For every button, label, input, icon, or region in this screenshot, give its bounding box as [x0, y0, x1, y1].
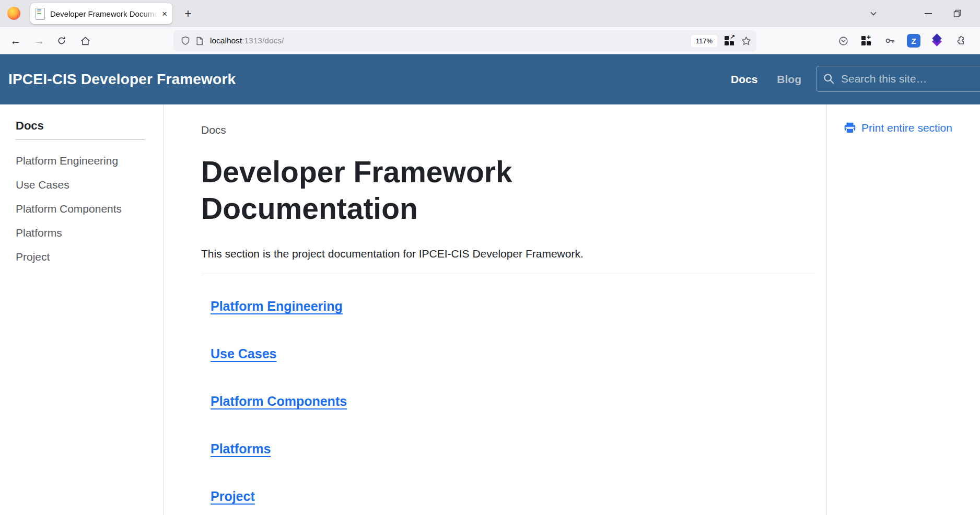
- site-search-input[interactable]: [840, 72, 980, 86]
- main-content: Docs Developer Framework Documentation T…: [201, 104, 815, 515]
- grid-arrow-icon[interactable]: ↗: [725, 36, 735, 46]
- sidebar-item-platform-engineering[interactable]: Platform Engineering: [16, 149, 163, 173]
- content-divider: [201, 274, 815, 274]
- sidebar-divider: [16, 139, 145, 140]
- restore-icon: [953, 9, 962, 18]
- firefox-logo-icon: [7, 7, 20, 20]
- breadcrumb[interactable]: Docs: [201, 124, 815, 136]
- url-text[interactable]: localhost:1313/docs/: [210, 36, 284, 45]
- puzzle-extensions-icon[interactable]: [952, 31, 970, 50]
- key-icon[interactable]: [881, 31, 899, 50]
- reload-icon: [57, 36, 66, 45]
- minimize-button[interactable]: [918, 4, 939, 23]
- back-button[interactable]: ←: [6, 31, 25, 50]
- site-title[interactable]: IPCEI-CIS Developer Framework: [8, 54, 236, 104]
- chevron-down-icon: [869, 9, 878, 18]
- zotero-extension-icon[interactable]: Z: [905, 31, 923, 50]
- nav-item-blog[interactable]: Blog: [777, 73, 801, 86]
- section-link-platform-engineering[interactable]: Platform Engineering: [211, 299, 343, 313]
- page-info-icon[interactable]: [192, 37, 206, 45]
- site-nav: Docs Blog: [731, 54, 801, 104]
- site-search-box[interactable]: [816, 66, 980, 92]
- sidebar-item-project[interactable]: Project: [16, 245, 163, 270]
- bookmark-star-icon[interactable]: [741, 36, 751, 46]
- tracking-shield-icon[interactable]: [179, 36, 192, 45]
- reload-button[interactable]: [52, 31, 71, 50]
- docs-sidebar: Docs Platform Engineering Use Cases Plat…: [0, 104, 164, 515]
- browser-tab-bar: Developer Framework Documentation × +: [0, 0, 980, 27]
- page-body: Docs Platform Engineering Use Cases Plat…: [0, 104, 980, 515]
- sidebar-heading: Docs: [16, 119, 163, 133]
- section-link-platform-components[interactable]: Platform Components: [211, 394, 347, 408]
- url-path: :1313/docs/: [242, 36, 284, 45]
- section-link-project[interactable]: Project: [211, 489, 255, 504]
- section-link-use-cases[interactable]: Use Cases: [211, 346, 276, 361]
- browser-nav-toolbar: ← →: [0, 27, 980, 55]
- pocket-icon[interactable]: [834, 31, 852, 50]
- grid-plus-icon[interactable]: +: [858, 31, 876, 50]
- browser-tab[interactable]: Developer Framework Documentation ×: [30, 3, 172, 24]
- sidebar-item-use-cases[interactable]: Use Cases: [16, 173, 163, 197]
- toc-column: Print entire section: [826, 104, 980, 515]
- zoom-level-badge[interactable]: 117%: [691, 35, 717, 47]
- print-section-link[interactable]: Print entire section: [843, 121, 980, 135]
- sidebar-nav-list: Platform Engineering Use Cases Platform …: [16, 149, 163, 270]
- forward-button[interactable]: →: [30, 31, 49, 50]
- print-section-label: Print entire section: [861, 122, 952, 134]
- purple-layers-extension-icon[interactable]: [928, 31, 946, 50]
- toolbar-extension-area: + Z: [834, 31, 970, 50]
- sidebar-item-platform-components[interactable]: Platform Components: [16, 197, 163, 221]
- sidebar-item-platforms[interactable]: Platforms: [16, 221, 163, 245]
- search-icon: [823, 73, 835, 85]
- browser-window: Developer Framework Documentation × + ← …: [0, 0, 980, 515]
- url-host: localhost: [210, 36, 242, 45]
- nav-item-docs[interactable]: Docs: [731, 73, 757, 86]
- intro-paragraph: This section is the project documentatio…: [201, 247, 815, 261]
- minimize-icon: [925, 13, 932, 14]
- page-title: Developer Framework Documentation: [201, 154, 635, 227]
- tab-title: Developer Framework Documentation: [50, 9, 160, 18]
- home-button[interactable]: [76, 31, 95, 50]
- printer-icon: [843, 121, 857, 135]
- page-favicon-icon: [36, 8, 45, 20]
- section-link-platforms[interactable]: Platforms: [211, 441, 271, 456]
- site-header: IPCEI-CIS Developer Framework Docs Blog: [0, 54, 980, 104]
- url-bar[interactable]: localhost:1313/docs/ 117% ↗: [173, 30, 756, 52]
- list-all-tabs-button[interactable]: [863, 4, 884, 23]
- section-link-list: Platform Engineering Use Cases Platform …: [201, 297, 815, 505]
- new-tab-button[interactable]: +: [179, 4, 197, 23]
- restore-window-button[interactable]: [947, 4, 968, 23]
- home-icon: [80, 36, 90, 46]
- tab-close-icon[interactable]: ×: [162, 9, 167, 18]
